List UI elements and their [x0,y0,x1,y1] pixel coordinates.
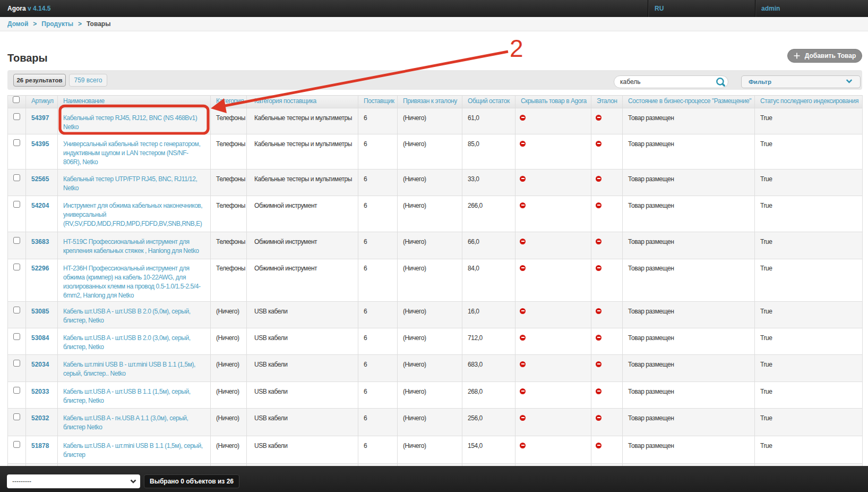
svg-text:2: 2 [510,35,523,62]
